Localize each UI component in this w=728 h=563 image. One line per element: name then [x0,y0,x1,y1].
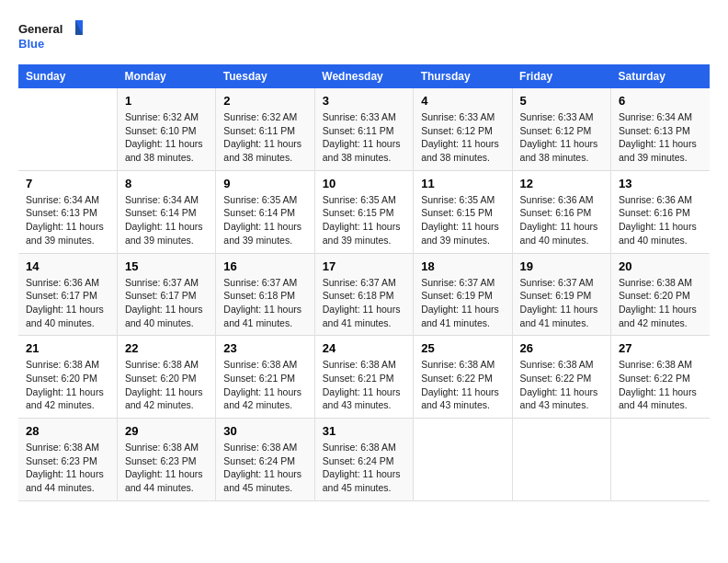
calendar-cell: 18Sunrise: 6:37 AM Sunset: 6:19 PM Dayli… [414,253,512,336]
calendar-cell: 6Sunrise: 6:34 AM Sunset: 6:13 PM Daylig… [611,88,710,170]
day-number: 10 [323,177,405,190]
day-number: 11 [421,177,504,190]
day-info: Sunrise: 6:38 AM Sunset: 6:20 PM Dayligh… [619,276,702,330]
week-row-4: 28Sunrise: 6:38 AM Sunset: 6:23 PM Dayli… [18,419,710,501]
calendar-cell: 8Sunrise: 6:34 AM Sunset: 6:14 PM Daylig… [117,170,215,253]
day-number: 7 [26,177,109,190]
header-cell-thursday: Thursday [414,64,512,88]
day-info: Sunrise: 6:37 AM Sunset: 6:17 PM Dayligh… [125,276,208,330]
calendar-cell: 3Sunrise: 6:33 AM Sunset: 6:11 PM Daylig… [314,88,413,170]
day-number: 30 [223,424,306,438]
calendar-cell: 11Sunrise: 6:35 AM Sunset: 6:15 PM Dayli… [414,170,512,253]
week-row-3: 21Sunrise: 6:38 AM Sunset: 6:20 PM Dayli… [18,336,710,419]
day-number: 19 [520,259,603,273]
day-number: 13 [619,177,702,190]
calendar-cell: 15Sunrise: 6:37 AM Sunset: 6:17 PM Dayli… [117,253,215,336]
day-info: Sunrise: 6:37 AM Sunset: 6:19 PM Dayligh… [520,276,603,330]
calendar-cell: 13Sunrise: 6:36 AM Sunset: 6:16 PM Dayli… [611,170,710,253]
calendar-cell [18,88,117,170]
header-cell-sunday: Sunday [18,64,117,88]
calendar-cell: 12Sunrise: 6:36 AM Sunset: 6:16 PM Dayli… [512,170,610,253]
day-number: 22 [125,341,208,355]
calendar-cell: 19Sunrise: 6:37 AM Sunset: 6:19 PM Dayli… [512,253,610,336]
day-info: Sunrise: 6:35 AM Sunset: 6:15 PM Dayligh… [421,193,504,247]
calendar-cell: 2Sunrise: 6:32 AM Sunset: 6:11 PM Daylig… [216,88,314,170]
day-info: Sunrise: 6:38 AM Sunset: 6:21 PM Dayligh… [223,358,306,412]
calendar-cell: 16Sunrise: 6:37 AM Sunset: 6:18 PM Dayli… [216,253,314,336]
day-number: 6 [619,94,702,108]
calendar-cell: 28Sunrise: 6:38 AM Sunset: 6:23 PM Dayli… [18,419,117,501]
header-cell-tuesday: Tuesday [216,64,314,88]
day-info: Sunrise: 6:37 AM Sunset: 6:18 PM Dayligh… [323,276,405,330]
calendar-cell: 25Sunrise: 6:38 AM Sunset: 6:22 PM Dayli… [414,336,512,419]
calendar-cell: 17Sunrise: 6:37 AM Sunset: 6:18 PM Dayli… [314,253,413,336]
header-cell-monday: Monday [117,64,215,88]
day-number: 14 [26,259,109,273]
calendar-cell: 7Sunrise: 6:34 AM Sunset: 6:13 PM Daylig… [18,170,117,253]
day-number: 8 [125,177,208,190]
calendar-cell: 21Sunrise: 6:38 AM Sunset: 6:20 PM Dayli… [18,336,117,419]
calendar-table: SundayMondayTuesdayWednesdayThursdayFrid… [18,64,710,501]
day-number: 26 [520,341,603,355]
day-info: Sunrise: 6:38 AM Sunset: 6:24 PM Dayligh… [223,441,306,495]
calendar-cell: 30Sunrise: 6:38 AM Sunset: 6:24 PM Dayli… [216,419,314,501]
week-row-2: 14Sunrise: 6:36 AM Sunset: 6:17 PM Dayli… [18,253,710,336]
calendar-cell: 4Sunrise: 6:33 AM Sunset: 6:12 PM Daylig… [414,88,512,170]
day-number: 17 [323,259,405,273]
day-info: Sunrise: 6:36 AM Sunset: 6:16 PM Dayligh… [619,193,702,247]
day-info: Sunrise: 6:38 AM Sunset: 6:20 PM Dayligh… [26,358,109,412]
day-number: 2 [223,94,306,108]
day-info: Sunrise: 6:38 AM Sunset: 6:24 PM Dayligh… [323,441,405,495]
day-number: 23 [223,341,306,355]
calendar-cell: 22Sunrise: 6:38 AM Sunset: 6:20 PM Dayli… [117,336,215,419]
calendar-cell [611,419,710,501]
day-info: Sunrise: 6:38 AM Sunset: 6:22 PM Dayligh… [520,358,603,412]
calendar-cell: 20Sunrise: 6:38 AM Sunset: 6:20 PM Dayli… [611,253,710,336]
svg-text:Blue: Blue [18,37,44,51]
day-info: Sunrise: 6:33 AM Sunset: 6:12 PM Dayligh… [520,110,603,165]
header-cell-friday: Friday [512,64,610,88]
day-info: Sunrise: 6:34 AM Sunset: 6:13 PM Dayligh… [619,110,702,165]
day-info: Sunrise: 6:35 AM Sunset: 6:15 PM Dayligh… [323,193,405,247]
calendar-cell: 23Sunrise: 6:38 AM Sunset: 6:21 PM Dayli… [216,336,314,419]
day-number: 21 [26,341,109,355]
logo: General Blue [18,18,83,55]
day-number: 15 [125,259,208,273]
day-info: Sunrise: 6:38 AM Sunset: 6:20 PM Dayligh… [125,358,208,412]
day-number: 5 [520,94,603,108]
day-number: 20 [619,259,702,273]
calendar-cell: 10Sunrise: 6:35 AM Sunset: 6:15 PM Dayli… [314,170,413,253]
day-info: Sunrise: 6:33 AM Sunset: 6:11 PM Dayligh… [323,110,405,165]
day-info: Sunrise: 6:38 AM Sunset: 6:23 PM Dayligh… [125,441,208,495]
calendar-cell: 5Sunrise: 6:33 AM Sunset: 6:12 PM Daylig… [512,88,610,170]
day-number: 4 [421,94,504,108]
day-info: Sunrise: 6:38 AM Sunset: 6:22 PM Dayligh… [619,358,702,412]
calendar-cell: 29Sunrise: 6:38 AM Sunset: 6:23 PM Dayli… [117,419,215,501]
calendar-cell: 1Sunrise: 6:32 AM Sunset: 6:10 PM Daylig… [117,88,215,170]
calendar-body: 1Sunrise: 6:32 AM Sunset: 6:10 PM Daylig… [18,88,710,500]
day-info: Sunrise: 6:35 AM Sunset: 6:14 PM Dayligh… [223,193,306,247]
header-cell-wednesday: Wednesday [314,64,413,88]
calendar-cell: 14Sunrise: 6:36 AM Sunset: 6:17 PM Dayli… [18,253,117,336]
week-row-0: 1Sunrise: 6:32 AM Sunset: 6:10 PM Daylig… [18,88,710,170]
day-info: Sunrise: 6:38 AM Sunset: 6:23 PM Dayligh… [26,441,109,495]
day-info: Sunrise: 6:32 AM Sunset: 6:10 PM Dayligh… [125,110,208,165]
day-number: 3 [323,94,405,108]
day-info: Sunrise: 6:38 AM Sunset: 6:21 PM Dayligh… [323,358,405,412]
day-number: 24 [323,341,405,355]
page-header: General Blue [18,18,710,55]
week-row-1: 7Sunrise: 6:34 AM Sunset: 6:13 PM Daylig… [18,170,710,253]
day-number: 27 [619,341,702,355]
svg-text:General: General [18,22,63,36]
day-number: 25 [421,341,504,355]
day-info: Sunrise: 6:34 AM Sunset: 6:14 PM Dayligh… [125,193,208,247]
calendar-cell: 27Sunrise: 6:38 AM Sunset: 6:22 PM Dayli… [611,336,710,419]
day-number: 28 [26,424,109,438]
calendar-cell: 26Sunrise: 6:38 AM Sunset: 6:22 PM Dayli… [512,336,610,419]
calendar-header: SundayMondayTuesdayWednesdayThursdayFrid… [18,64,710,88]
day-number: 29 [125,424,208,438]
calendar-cell: 24Sunrise: 6:38 AM Sunset: 6:21 PM Dayli… [314,336,413,419]
calendar-cell: 9Sunrise: 6:35 AM Sunset: 6:14 PM Daylig… [216,170,314,253]
header-cell-saturday: Saturday [611,64,710,88]
day-number: 16 [223,259,306,273]
